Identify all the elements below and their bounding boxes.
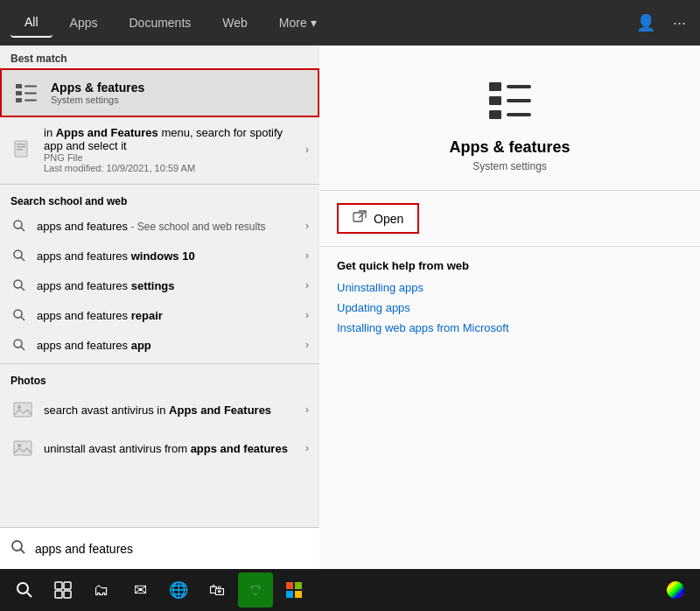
nav-right-icons: 👤 ··· (633, 10, 690, 36)
svg-point-12 (14, 250, 22, 258)
mail-taskbar-icon[interactable]: ✉ (122, 572, 158, 607)
svg-rect-8 (17, 146, 25, 148)
svg-rect-45 (295, 591, 302, 598)
photo-title-0: search avast antivirus in Apps and Featu… (44, 404, 297, 417)
file-type: PNG File (44, 152, 297, 163)
chevron-right-icon-3: › (305, 309, 309, 321)
xbox-taskbar-icon[interactable] (238, 572, 273, 607)
svg-rect-32 (354, 213, 362, 221)
tiles-taskbar-icon[interactable] (276, 572, 312, 607)
svg-rect-38 (55, 591, 62, 598)
svg-rect-22 (14, 441, 32, 455)
best-match-item[interactable]: Apps & features System settings (0, 68, 319, 117)
divider-2 (0, 363, 319, 364)
web-item-0-text: apps and features - See school and web r… (37, 220, 297, 233)
svg-rect-9 (17, 149, 23, 151)
app-detail-subtitle: System settings (472, 160, 547, 172)
svg-point-23 (18, 444, 21, 447)
svg-rect-26 (489, 82, 501, 91)
svg-rect-1 (16, 91, 22, 95)
search-bar (0, 527, 319, 569)
web-item-3-text: apps and features repair (37, 309, 297, 322)
svg-rect-5 (24, 100, 37, 102)
svg-point-34 (18, 583, 28, 593)
web-item-1-text: apps and features windows 10 (37, 249, 297, 263)
svg-rect-2 (16, 98, 22, 102)
file-icon (10, 137, 35, 162)
chevron-right-icon-2: › (305, 279, 309, 291)
quick-help-link-0[interactable]: Uninstalling apps (337, 281, 682, 294)
app-big-icon (482, 72, 538, 128)
svg-rect-4 (24, 93, 37, 95)
svg-line-25 (21, 549, 25, 553)
web-item-2[interactable]: apps and features settings › (0, 270, 319, 300)
chevron-right-icon-4: › (305, 339, 309, 351)
web-item-2-text: apps and features settings (37, 279, 297, 292)
photo-item-0-text: search avast antivirus in Apps and Featu… (44, 404, 297, 417)
tab-apps[interactable]: Apps (56, 9, 112, 37)
web-item-3[interactable]: apps and features repair › (0, 300, 319, 330)
task-view-taskbar-icon[interactable] (46, 572, 80, 607)
tab-web[interactable]: Web (208, 9, 262, 37)
quick-help-link-1[interactable]: Updating apps (337, 301, 682, 314)
file-explorer-taskbar-icon[interactable]: 🗂 (84, 572, 119, 607)
svg-rect-7 (17, 144, 25, 145)
svg-point-18 (14, 340, 22, 348)
tab-documents[interactable]: Documents (115, 9, 205, 37)
svg-rect-36 (55, 582, 62, 589)
quick-help-link-2[interactable]: Installing web apps from Microsoft (337, 321, 682, 334)
left-panel: Best match Apps & features System settin… (0, 46, 319, 569)
svg-rect-39 (64, 591, 71, 598)
photo-title-1: uninstall avast antivirus from apps and … (44, 442, 297, 455)
app-detail-header: Apps & features System settings (319, 46, 700, 191)
web-item-4[interactable]: apps and features app › (0, 330, 319, 360)
store-taskbar-icon[interactable]: 🛍 (200, 572, 234, 607)
svg-rect-0 (16, 84, 22, 88)
svg-point-47 (667, 581, 684, 599)
photo-icon-1 (10, 436, 35, 460)
search-taskbar-icon[interactable] (7, 572, 42, 607)
open-icon (353, 210, 367, 227)
file-result-text: in Apps and Features menu, search for sp… (44, 126, 297, 173)
svg-line-19 (21, 347, 24, 350)
divider-1 (0, 184, 319, 185)
svg-line-35 (27, 593, 32, 597)
svg-rect-37 (64, 582, 71, 589)
svg-rect-29 (507, 85, 531, 88)
app-detail-title: Apps & features (449, 138, 570, 157)
svg-point-41 (252, 586, 259, 593)
photo-item-1[interactable]: uninstall avast antivirus from apps and … (0, 429, 319, 467)
svg-point-10 (14, 221, 22, 228)
chevron-right-photo-1: › (305, 442, 309, 454)
search-bar-icon (10, 539, 26, 558)
svg-point-24 (12, 541, 22, 551)
svg-line-15 (21, 287, 24, 291)
svg-rect-28 (489, 110, 501, 119)
photo-item-0[interactable]: search avast antivirus in Apps and Featu… (0, 390, 319, 429)
top-nav-bar: All Apps Documents Web More ▾ 👤 ··· (0, 0, 700, 46)
right-panel: Apps & features System settings Open Get… (319, 46, 700, 569)
photo-item-1-text: uninstall avast antivirus from apps and … (44, 442, 297, 455)
quick-help-title: Get quick help from web (337, 259, 682, 272)
web-item-1[interactable]: apps and features windows 10 › (0, 241, 319, 270)
quick-help-section: Get quick help from web Uninstalling app… (319, 247, 700, 354)
photos-section-label: Photos (0, 368, 319, 390)
best-match-text: Apps & features System settings (51, 81, 144, 105)
file-result-item[interactable]: in Apps and Features menu, search for sp… (0, 119, 319, 180)
search-loop-icon-0 (10, 217, 28, 235)
search-loop-icon-4 (10, 336, 28, 354)
tab-more[interactable]: More ▾ (265, 9, 331, 37)
search-loop-icon-3 (10, 306, 28, 324)
open-button[interactable]: Open (337, 203, 419, 234)
more-options-icon[interactable]: ··· (669, 11, 690, 36)
open-button-section: Open (319, 191, 700, 247)
apps-features-icon (12, 79, 40, 107)
tab-all[interactable]: All (10, 8, 52, 38)
color-circle-taskbar-icon[interactable] (658, 572, 693, 607)
edge-taskbar-icon[interactable]: 🌐 (161, 572, 196, 607)
main-container: Best match Apps & features System settin… (0, 46, 700, 569)
user-icon[interactable]: 👤 (633, 10, 659, 36)
open-label: Open (374, 212, 403, 226)
web-item-0[interactable]: apps and features - See school and web r… (0, 211, 319, 241)
search-input[interactable] (35, 542, 309, 556)
